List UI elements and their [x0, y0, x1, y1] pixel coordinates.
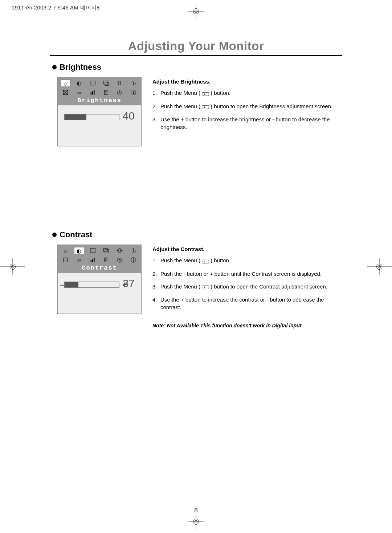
svg-rect-29	[92, 91, 93, 94]
menu-button-icon	[202, 257, 209, 265]
menu-button-icon	[202, 103, 209, 110]
svg-rect-39	[202, 92, 209, 96]
width-icon	[115, 80, 124, 86]
menu-back-icon	[88, 247, 98, 254]
step-text: Push the Menu () button.	[160, 89, 230, 97]
svg-rect-31	[105, 90, 108, 94]
page-title: Adjusting Your Monitor	[50, 39, 342, 53]
svg-rect-42	[104, 248, 107, 251]
infinity-icon: ∞	[74, 89, 84, 96]
svg-text:K: K	[135, 250, 136, 252]
svg-rect-19	[119, 81, 121, 85]
menu-back-icon	[88, 80, 98, 86]
person-icon: K	[128, 247, 138, 254]
svg-rect-65	[202, 286, 209, 289]
running-head: 191T-en 2003.2.7 9:46 AM 페이지8	[12, 4, 100, 11]
registration-mark-top	[188, 3, 204, 20]
step-text: Push the Menu () button.	[160, 257, 230, 265]
minus-label: –	[60, 280, 64, 290]
contrast-note: Note: Not Available This function doesn'…	[152, 323, 342, 328]
menu-button-icon	[202, 90, 209, 97]
step-text: Push the - button or + button until the …	[160, 270, 322, 278]
menu-button-icon	[202, 283, 209, 291]
osd-value: 40	[123, 110, 135, 122]
svg-text:K: K	[135, 82, 136, 85]
svg-rect-18	[105, 82, 109, 85]
window-icon	[101, 80, 111, 86]
vol-icon	[88, 257, 98, 263]
person-icon: K	[128, 80, 138, 86]
svg-rect-17	[104, 81, 107, 84]
step-text: Use the + button to increase the brightn…	[160, 116, 342, 131]
registration-mark-left	[0, 258, 25, 275]
vol-icon	[88, 89, 98, 96]
contrast-icon: ◐	[74, 247, 84, 254]
instr-title: Adjust the Contrast.	[152, 246, 342, 252]
corners-icon	[61, 89, 70, 96]
section-heading: Brightness	[60, 62, 101, 72]
osd-slider-fill	[65, 282, 78, 287]
registration-mark-bottom	[188, 513, 204, 530]
svg-line-47	[132, 251, 133, 253]
bullet-icon	[52, 233, 57, 237]
window-icon	[101, 247, 111, 254]
osd-figure-brightness: ☼ ◐ K ∞ Brigh	[57, 77, 142, 146]
svg-rect-28	[90, 92, 91, 94]
svg-rect-16	[90, 81, 95, 85]
svg-rect-30	[94, 90, 95, 94]
osd-slider-track	[64, 114, 119, 120]
svg-point-45	[133, 248, 134, 249]
svg-point-20	[133, 81, 134, 82]
registration-mark-right	[367, 258, 392, 275]
section-brightness: Brightness ☼ ◐ K ∞	[50, 62, 342, 146]
brightness-icon: ☼	[61, 80, 70, 87]
svg-rect-55	[94, 258, 95, 262]
page-icon	[101, 257, 111, 263]
svg-rect-56	[105, 258, 108, 262]
title-rule	[50, 55, 342, 56]
svg-rect-64	[202, 260, 209, 263]
step-text: Push the Menu () button to open the Cont…	[160, 283, 327, 291]
timer-icon	[115, 89, 124, 96]
page-number: 8	[0, 507, 392, 514]
osd-figure-contrast: ☼ ◐ K ∞ Contr	[57, 245, 142, 314]
svg-rect-54	[92, 259, 93, 262]
info-icon	[128, 257, 138, 263]
osd-label: Brightness	[61, 97, 138, 104]
svg-point-37	[133, 91, 134, 92]
svg-rect-41	[90, 248, 95, 253]
section-contrast: Contrast ☼ ◐ K ∞	[50, 230, 342, 328]
svg-point-62	[133, 258, 134, 259]
brightness-icon: ☼	[61, 247, 70, 254]
osd-value: 37	[123, 277, 135, 290]
svg-rect-57	[105, 259, 107, 261]
svg-rect-53	[90, 260, 91, 262]
info-icon	[128, 89, 138, 96]
timer-icon	[115, 257, 124, 263]
step-text: Push the Menu () button to open the Brig…	[160, 102, 332, 111]
page-icon	[101, 89, 111, 96]
osd-slider-fill	[65, 114, 86, 120]
step-text: Use the + button to increase the contras…	[160, 296, 342, 311]
svg-rect-32	[105, 91, 107, 93]
corners-icon	[61, 257, 70, 263]
contrast-instructions: Adjust the Contrast. 1.Push the Menu () …	[152, 246, 342, 328]
osd-slider-track	[64, 282, 119, 288]
svg-rect-43	[105, 249, 109, 253]
osd-label: Contrast	[61, 265, 138, 271]
svg-rect-40	[202, 105, 209, 109]
contrast-icon: ◐	[74, 80, 84, 86]
svg-line-22	[132, 84, 133, 85]
bullet-icon	[52, 65, 57, 69]
instr-title: Adjust the Brightness.	[152, 78, 342, 85]
svg-rect-44	[119, 249, 121, 252]
infinity-icon: ∞	[74, 257, 84, 263]
brightness-instructions: Adjust the Brightness. 1.Push the Menu (…	[152, 78, 342, 136]
width-icon	[115, 247, 124, 254]
section-heading: Contrast	[60, 230, 92, 239]
